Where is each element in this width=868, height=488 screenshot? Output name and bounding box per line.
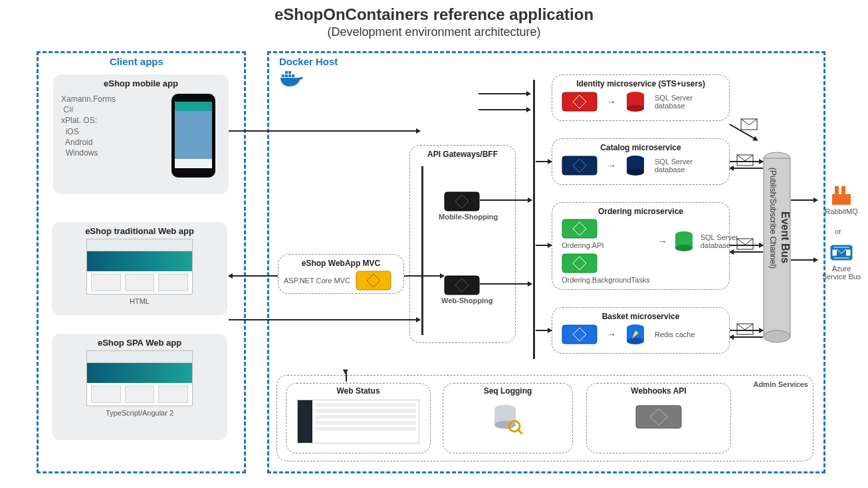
api-gateways-title: API Gateways/BFF [415, 150, 510, 159]
gateway-web-hex [444, 275, 480, 298]
basket-title: Basket microservice [558, 312, 724, 321]
mobile-app-title: eShop mobile app [60, 78, 222, 88]
mobile-app-box: eShop mobile app Xamarin.Forms C# xPlat.… [53, 74, 229, 194]
docker-host-label: Docker Host [279, 56, 338, 67]
catalog-hex [562, 156, 597, 176]
envelope-icon [736, 154, 754, 166]
arrow [479, 109, 530, 110]
web-spa-thumb [86, 350, 193, 406]
ordering-api-hex [562, 219, 597, 239]
seq-logging-title: Seq Logging [443, 384, 572, 396]
arrow [730, 251, 763, 253]
web-spa-title: eShop SPA Web app [58, 338, 221, 348]
webapp-mvc-box: eShop WebApp MVC ASP.NET Core MVC [278, 254, 404, 294]
admin-services-label: Admin Services [753, 380, 808, 388]
docker-icon [279, 69, 304, 90]
gateway-web-label: Web-Shopping [441, 297, 492, 305]
web-traditional-caption: HTML [58, 297, 221, 305]
svg-rect-2 [288, 74, 291, 77]
rabbitmq-label: RabbitMQ [821, 207, 861, 215]
arrow [536, 161, 552, 162]
svg-point-43 [764, 330, 790, 342]
ordering-db-icon [674, 231, 694, 252]
gateway-mobile-label: Mobile-Shopping [439, 213, 498, 221]
webapp-mvc-hex [356, 271, 391, 291]
gateway-vbar [421, 166, 423, 335]
envelope-icon [736, 238, 754, 250]
arrow [480, 283, 532, 285]
basket-hex [562, 324, 597, 344]
mobile-app-tech: Xamarin.Forms C# xPlat. OS: iOS Android … [61, 94, 116, 158]
arrow [730, 161, 763, 162]
services-vbar [533, 80, 535, 359]
azure-sb-icon [830, 243, 853, 262]
arrow [536, 245, 552, 246]
arrow [404, 275, 444, 277]
basket-box: Basket microservice → Redis cache [552, 307, 730, 354]
rabbitmq-icon [832, 186, 851, 205]
web-status-box: Web Status [286, 383, 431, 453]
svg-rect-0 [282, 74, 284, 77]
web-traditional-title: eShop traditional Web app [58, 226, 221, 236]
api-gateways-box: API Gateways/BFF [409, 145, 516, 343]
phone-mockup [171, 94, 215, 178]
arrow [730, 330, 763, 331]
webhooks-box: Webhooks API [586, 383, 731, 453]
arrow [480, 199, 532, 201]
web-traditional-box: eShop traditional Web app HTML [52, 222, 227, 315]
ordering-api-label: Ordering.API [562, 241, 650, 249]
web-status-title: Web Status [286, 384, 430, 396]
catalog-db-label: SQL Server database [655, 158, 701, 174]
event-bus-title: Event Bus [779, 211, 791, 263]
svg-point-33 [627, 338, 644, 344]
arrow [229, 130, 420, 132]
svg-point-28 [675, 245, 693, 251]
identity-db-label: SQL Server database [655, 94, 701, 110]
svg-rect-1 [285, 74, 288, 77]
svg-rect-4 [288, 71, 291, 74]
arrow [730, 336, 763, 338]
svg-rect-50 [841, 186, 845, 195]
webapp-mvc-tech: ASP.NET Core MVC [284, 277, 350, 285]
gateway-mobile-hex [444, 191, 480, 214]
arrow [791, 199, 817, 201]
catalog-title: Catalog microservice [558, 143, 724, 152]
client-apps-label: Client apps [110, 56, 163, 67]
webapp-mvc-title: eShop WebApp MVC [284, 259, 398, 268]
basket-db-label: Redis cache [655, 330, 695, 338]
svg-rect-49 [835, 186, 839, 195]
brokers-or: or [835, 227, 841, 235]
ordering-bg-label: Ordering.BackgroundTasks [562, 276, 650, 284]
svg-rect-48 [832, 194, 851, 205]
web-traditional-thumb [86, 239, 193, 295]
seq-logging-box: Seq Logging [443, 383, 573, 453]
webhooks-title: Webhooks API [587, 384, 730, 396]
arrow [229, 275, 278, 277]
web-spa-box: eShop SPA Web app TypeScript/Angular 2 [52, 334, 227, 440]
webhooks-hex [587, 405, 730, 431]
svg-point-16 [627, 105, 644, 112]
catalog-box: Catalog microservice → SQL Server databa… [552, 138, 730, 185]
arrow [536, 330, 552, 331]
identity-title: Identity microservice (STS+users) [558, 79, 724, 88]
page-title: eShopOnContainers reference application [0, 0, 868, 24]
svg-point-21 [627, 169, 644, 176]
ordering-box: Ordering microservice Ordering.API Order… [552, 202, 730, 290]
svg-rect-3 [285, 71, 288, 74]
identity-hex [562, 92, 597, 112]
identity-box: Identity microservice (STS+users) → SQL … [552, 74, 730, 121]
web-status-thumb [297, 400, 419, 443]
arrow [479, 93, 530, 94]
azure-sb-label: Azure Service Bus [819, 265, 864, 281]
arrow [345, 373, 346, 374]
event-bus-channel: (Publish/Subscribe Channel) [768, 168, 778, 269]
page-subtitle: (Development environment architecture) [0, 25, 868, 39]
seq-logging-icon [443, 402, 572, 437]
catalog-db-icon [625, 155, 645, 176]
azure-sb-block: Azure Service Bus [819, 243, 864, 281]
ordering-title: Ordering microservice [558, 207, 724, 216]
svg-rect-5 [292, 74, 294, 77]
basket-db-icon [625, 324, 645, 345]
web-spa-caption: TypeScript/Angular 2 [58, 409, 221, 417]
arrow [229, 319, 420, 320]
